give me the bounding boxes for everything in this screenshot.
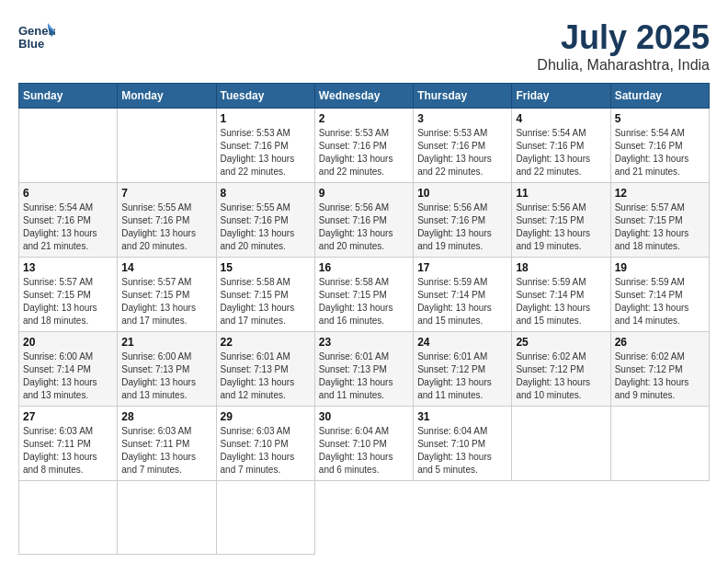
day-number: 20 xyxy=(23,336,113,349)
day-number: 24 xyxy=(417,336,507,349)
calendar-empty xyxy=(512,407,610,481)
calendar-table: SundayMondayTuesdayWednesdayThursdayFrid… xyxy=(18,83,710,555)
day-number: 25 xyxy=(516,336,606,349)
day-number: 9 xyxy=(319,187,409,200)
calendar-row-0: 1Sunrise: 5:53 AMSunset: 7:16 PMDaylight… xyxy=(19,109,710,183)
day-number: 8 xyxy=(221,187,311,200)
logo-icon: General Blue xyxy=(18,18,55,55)
day-number: 23 xyxy=(319,336,409,349)
day-number: 16 xyxy=(319,261,409,274)
calendar-day-28: 28Sunrise: 6:03 AMSunset: 7:11 PMDayligh… xyxy=(118,407,216,481)
day-info: Sunrise: 6:03 AMSunset: 7:10 PMDaylight:… xyxy=(221,425,311,477)
day-number: 3 xyxy=(417,112,507,125)
day-number: 30 xyxy=(319,410,409,423)
calendar-row-5 xyxy=(19,481,710,555)
day-info: Sunrise: 5:58 AMSunset: 7:15 PMDaylight:… xyxy=(319,276,409,327)
calendar-day-22: 22Sunrise: 6:01 AMSunset: 7:13 PMDayligh… xyxy=(216,332,314,407)
day-info: Sunrise: 5:54 AMSunset: 7:16 PMDaylight:… xyxy=(516,127,606,178)
day-number: 10 xyxy=(417,187,507,200)
day-info: Sunrise: 5:53 AMSunset: 7:16 PMDaylight:… xyxy=(221,127,311,178)
calendar-day-18: 18Sunrise: 5:59 AMSunset: 7:14 PMDayligh… xyxy=(512,258,610,332)
calendar-day-26: 26Sunrise: 6:02 AMSunset: 7:12 PMDayligh… xyxy=(610,332,709,407)
day-number: 26 xyxy=(615,336,705,349)
calendar-day-29: 29Sunrise: 6:03 AMSunset: 7:10 PMDayligh… xyxy=(216,407,314,481)
calendar-empty xyxy=(118,109,216,183)
day-number: 22 xyxy=(221,336,311,349)
calendar-day-1: 1Sunrise: 5:53 AMSunset: 7:16 PMDaylight… xyxy=(216,109,314,183)
calendar-day-31: 31Sunrise: 6:04 AMSunset: 7:10 PMDayligh… xyxy=(414,407,512,481)
day-info: Sunrise: 5:55 AMSunset: 7:16 PMDaylight:… xyxy=(221,201,311,253)
day-info: Sunrise: 6:00 AMSunset: 7:13 PMDaylight:… xyxy=(121,350,211,402)
day-number: 11 xyxy=(516,187,606,200)
day-number: 29 xyxy=(221,410,311,423)
day-info: Sunrise: 5:53 AMSunset: 7:16 PMDaylight:… xyxy=(417,127,507,178)
svg-text:Blue: Blue xyxy=(18,37,44,51)
calendar-day-21: 21Sunrise: 6:00 AMSunset: 7:13 PMDayligh… xyxy=(118,332,216,407)
weekday-header-wednesday: Wednesday xyxy=(314,84,413,109)
calendar-row-4: 27Sunrise: 6:03 AMSunset: 7:11 PMDayligh… xyxy=(19,407,710,481)
day-info: Sunrise: 5:53 AMSunset: 7:16 PMDaylight:… xyxy=(319,127,409,178)
day-number: 18 xyxy=(516,261,606,274)
day-info: Sunrise: 5:56 AMSunset: 7:16 PMDaylight:… xyxy=(417,201,507,253)
day-number: 13 xyxy=(23,261,113,274)
day-number: 6 xyxy=(23,187,113,200)
day-info: Sunrise: 6:02 AMSunset: 7:12 PMDaylight:… xyxy=(615,350,705,402)
day-info: Sunrise: 5:54 AMSunset: 7:16 PMDaylight:… xyxy=(23,201,113,253)
weekday-header-friday: Friday xyxy=(512,84,610,109)
calendar-empty xyxy=(19,481,118,555)
calendar-day-5: 5Sunrise: 5:54 AMSunset: 7:16 PMDaylight… xyxy=(610,109,709,183)
day-number: 12 xyxy=(615,187,705,200)
day-number: 5 xyxy=(615,112,705,125)
day-number: 15 xyxy=(221,261,311,274)
calendar-day-27: 27Sunrise: 6:03 AMSunset: 7:11 PMDayligh… xyxy=(19,407,118,481)
calendar-day-23: 23Sunrise: 6:01 AMSunset: 7:13 PMDayligh… xyxy=(314,332,413,407)
day-number: 2 xyxy=(319,112,409,125)
calendar-row-1: 6Sunrise: 5:54 AMSunset: 7:16 PMDaylight… xyxy=(19,183,710,258)
day-info: Sunrise: 5:54 AMSunset: 7:16 PMDaylight:… xyxy=(615,127,705,178)
day-info: Sunrise: 5:59 AMSunset: 7:14 PMDaylight:… xyxy=(615,276,705,327)
day-number: 14 xyxy=(121,261,211,274)
day-info: Sunrise: 5:57 AMSunset: 7:15 PMDaylight:… xyxy=(121,276,211,327)
calendar-day-2: 2Sunrise: 5:53 AMSunset: 7:16 PMDaylight… xyxy=(314,109,413,183)
calendar-day-9: 9Sunrise: 5:56 AMSunset: 7:16 PMDaylight… xyxy=(314,183,413,258)
calendar-day-25: 25Sunrise: 6:02 AMSunset: 7:12 PMDayligh… xyxy=(512,332,610,407)
day-number: 19 xyxy=(615,261,705,274)
calendar-day-19: 19Sunrise: 5:59 AMSunset: 7:14 PMDayligh… xyxy=(610,258,709,332)
calendar-day-15: 15Sunrise: 5:58 AMSunset: 7:15 PMDayligh… xyxy=(216,258,314,332)
day-info: Sunrise: 6:03 AMSunset: 7:11 PMDaylight:… xyxy=(23,425,113,477)
weekday-header-sunday: Sunday xyxy=(19,84,118,109)
calendar-day-16: 16Sunrise: 5:58 AMSunset: 7:15 PMDayligh… xyxy=(314,258,413,332)
day-number: 31 xyxy=(417,410,507,423)
day-info: Sunrise: 6:02 AMSunset: 7:12 PMDaylight:… xyxy=(516,350,606,402)
day-info: Sunrise: 6:01 AMSunset: 7:13 PMDaylight:… xyxy=(221,350,311,402)
day-info: Sunrise: 6:03 AMSunset: 7:11 PMDaylight:… xyxy=(121,425,211,477)
day-info: Sunrise: 5:56 AMSunset: 7:15 PMDaylight:… xyxy=(516,201,606,253)
weekday-header-tuesday: Tuesday xyxy=(216,84,314,109)
day-info: Sunrise: 6:00 AMSunset: 7:14 PMDaylight:… xyxy=(23,350,113,402)
calendar-empty xyxy=(610,407,709,481)
day-number: 17 xyxy=(417,261,507,274)
day-info: Sunrise: 5:59 AMSunset: 7:14 PMDaylight:… xyxy=(417,276,507,327)
calendar-day-10: 10Sunrise: 5:56 AMSunset: 7:16 PMDayligh… xyxy=(414,183,512,258)
day-number: 1 xyxy=(221,112,311,125)
day-info: Sunrise: 5:57 AMSunset: 7:15 PMDaylight:… xyxy=(615,201,705,253)
day-info: Sunrise: 6:04 AMSunset: 7:10 PMDaylight:… xyxy=(319,425,409,477)
location-title: Dhulia, Maharashtra, India xyxy=(537,57,710,74)
calendar-day-17: 17Sunrise: 5:59 AMSunset: 7:14 PMDayligh… xyxy=(414,258,512,332)
calendar-day-12: 12Sunrise: 5:57 AMSunset: 7:15 PMDayligh… xyxy=(610,183,709,258)
calendar-day-4: 4Sunrise: 5:54 AMSunset: 7:16 PMDaylight… xyxy=(512,109,610,183)
calendar-day-11: 11Sunrise: 5:56 AMSunset: 7:15 PMDayligh… xyxy=(512,183,610,258)
calendar-day-14: 14Sunrise: 5:57 AMSunset: 7:15 PMDayligh… xyxy=(118,258,216,332)
calendar-day-8: 8Sunrise: 5:55 AMSunset: 7:16 PMDaylight… xyxy=(216,183,314,258)
month-title: July 2025 xyxy=(537,18,710,57)
weekday-header-row: SundayMondayTuesdayWednesdayThursdayFrid… xyxy=(19,84,710,109)
calendar-day-20: 20Sunrise: 6:00 AMSunset: 7:14 PMDayligh… xyxy=(19,332,118,407)
calendar-empty xyxy=(19,109,118,183)
calendar-day-24: 24Sunrise: 6:01 AMSunset: 7:12 PMDayligh… xyxy=(414,332,512,407)
calendar-day-3: 3Sunrise: 5:53 AMSunset: 7:16 PMDaylight… xyxy=(414,109,512,183)
page-header: General Blue July 2025 Dhulia, Maharasht… xyxy=(18,18,710,74)
logo: General Blue xyxy=(18,18,55,55)
calendar-day-7: 7Sunrise: 5:55 AMSunset: 7:16 PMDaylight… xyxy=(118,183,216,258)
weekday-header-thursday: Thursday xyxy=(414,84,512,109)
weekday-header-monday: Monday xyxy=(118,84,216,109)
